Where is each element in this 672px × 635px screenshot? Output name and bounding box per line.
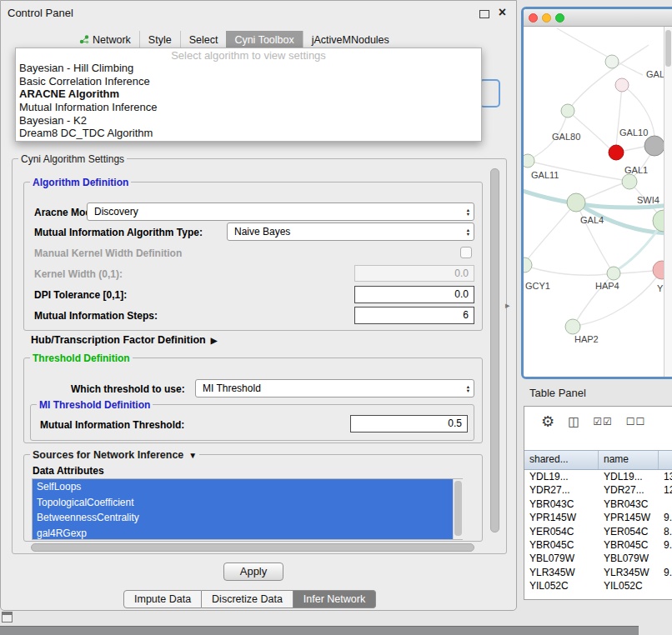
settings-vertical-scrollbar[interactable] <box>490 168 499 532</box>
table-cell: YBR045C <box>599 538 659 552</box>
table-panel-toolbar: ⚙ ◫ ☑☑ ☐☐ <box>524 407 672 437</box>
node-label: SWI4 <box>637 195 659 205</box>
aracne-mode-value: Discovery <box>94 206 138 218</box>
settings-horizontal-scrollbar[interactable] <box>31 543 474 552</box>
mi-steps-field[interactable]: 6 <box>354 307 474 324</box>
table-panel-window: ⚙ ◫ ☑☑ ☐☐ shared... name YDL19...YDL19..… <box>524 406 672 600</box>
bottom-tab-discretize-data[interactable]: Discretize Data <box>202 590 293 608</box>
table-cell: YLR345W <box>599 566 659 579</box>
which-threshold-combo[interactable]: MI Threshold ▴▾ <box>195 379 474 398</box>
bottom-tab-infer-network[interactable]: Infer Network <box>293 590 376 608</box>
mi-threshold-field[interactable]: 0.5 <box>350 415 468 432</box>
network-node[interactable] <box>644 136 664 156</box>
select-checked-icon[interactable]: ☑☑ <box>593 416 613 428</box>
table-row[interactable]: YPR145WYPR145W9. <box>524 511 672 524</box>
list-scrollbar-thumb[interactable] <box>454 481 462 536</box>
algorithm-refresh-button[interactable] <box>479 79 500 108</box>
network-scrollbar-thumb[interactable] <box>665 30 671 67</box>
expanded-arrow-icon: ▼ <box>188 451 197 460</box>
network-node[interactable] <box>605 55 619 68</box>
data-attribute-item[interactable]: gal4RGexp <box>33 526 462 540</box>
aracne-mode-combo[interactable]: Discovery ▴▾ <box>87 202 474 221</box>
mi-threshold-label: Mutual Information Threshold: <box>40 419 184 431</box>
network-node[interactable] <box>565 319 580 334</box>
data-attribute-item[interactable]: BetweennessCentrality <box>33 510 462 526</box>
tab-select[interactable]: Select <box>180 31 227 49</box>
column-header-shared-name[interactable]: shared... <box>524 451 599 469</box>
minimize-traffic-light-icon[interactable] <box>542 13 551 22</box>
dpi-tolerance-field[interactable]: 0.0 <box>354 286 474 303</box>
tab-jactivemnodules[interactable]: jActiveMNodules <box>303 31 398 49</box>
table-spacer <box>524 437 672 450</box>
algorithm-option-basic-correlation-inference[interactable]: Basic Correlation Inference <box>16 75 481 88</box>
sources-toggle[interactable]: Sources for Network Inference▼ <box>30 449 199 461</box>
network-canvas[interactable]: GALGAL80GAL10GAL11GAL1SWI4GAL4GCY1HAP4HA… <box>524 27 672 378</box>
zoom-traffic-light-icon[interactable] <box>555 13 564 22</box>
mi-type-value: Naive Bayes <box>234 226 290 238</box>
data-attribute-item[interactable]: SelfLoops <box>33 479 462 495</box>
table-row[interactable]: YDR27...YDR27...12 <box>524 483 672 497</box>
network-node[interactable] <box>607 267 620 280</box>
collapsed-arrow-icon: ▶ <box>211 336 218 345</box>
table-row[interactable]: YBL079WYBL079W <box>524 552 672 565</box>
table-header: shared... name <box>524 450 672 470</box>
network-scrollbar-track[interactable] <box>664 27 672 378</box>
kernel-width-field[interactable]: 0.0 <box>354 265 474 282</box>
mi-threshold-legend: MI Threshold Definition <box>37 399 153 411</box>
table-row[interactable]: YBR045CYBR045C9. <box>524 538 672 552</box>
table-row[interactable]: YDL19...YDL19...13 <box>524 470 672 483</box>
table-cell: YBL079W <box>599 552 659 565</box>
gear-icon[interactable]: ⚙ <box>541 412 554 431</box>
columns-icon[interactable]: ◫ <box>568 414 579 429</box>
tab-label: Network <box>93 34 131 46</box>
bottom-tab-impute-data[interactable]: Impute Data <box>123 590 202 608</box>
network-view-window: GALGAL80GAL10GAL11GAL1SWI4GAL4GCY1HAP4HA… <box>521 7 672 379</box>
close-traffic-light-icon[interactable] <box>529 13 538 22</box>
tab-style[interactable]: Style <box>139 31 180 49</box>
select-unchecked-icon[interactable]: ☐☐ <box>626 416 646 428</box>
data-attributes-label: Data Attributes <box>33 465 104 477</box>
mi-type-combo[interactable]: Naive Bayes ▴▾ <box>227 222 474 241</box>
algorithm-option-aracne-algorithm[interactable]: ARACNE Algorithm <box>16 88 481 101</box>
network-node[interactable] <box>524 154 534 168</box>
network-node[interactable] <box>524 258 532 272</box>
algorithm-option-bayesian-hill-climbing[interactable]: Bayesian - Hill Climbing <box>16 62 481 75</box>
column-header-name[interactable]: name <box>599 451 659 469</box>
float-window-icon[interactable] <box>479 10 489 18</box>
table-row[interactable]: YIL052CYIL052C <box>524 579 672 592</box>
close-icon[interactable]: × <box>499 5 506 20</box>
mi-steps-label: Mutual Information Steps: <box>34 310 158 322</box>
table-cell: 9. <box>659 538 672 552</box>
control-panel-titlebar[interactable]: Control Panel × <box>1 1 516 26</box>
hub-definition-toggle[interactable]: Hub/Transcription Factor Definition▶ <box>31 334 217 346</box>
dpi-tolerance-label: DPI Tolerance [0,1]: <box>34 289 127 301</box>
network-node[interactable] <box>609 145 624 160</box>
algorithm-option-dream8-dc-tdc-algorithm[interactable]: Dream8 DC_TDC Algorithm <box>16 127 481 140</box>
algorithm-option-bayesian-k2[interactable]: Bayesian - K2 <box>16 114 481 128</box>
table-cell: YDL19... <box>599 470 659 483</box>
table-row[interactable]: YER054CYER054C8. <box>524 525 672 538</box>
tab-network[interactable]: Network <box>71 31 139 49</box>
network-node[interactable] <box>561 104 574 118</box>
network-node[interactable] <box>622 174 637 189</box>
data-attribute-item[interactable]: TopologicalCoefficient <box>33 495 462 511</box>
tab-cyni-toolbox[interactable]: Cyni Toolbox <box>226 31 302 49</box>
table-row[interactable]: YLR345WYLR345W9. <box>524 566 672 579</box>
table-cell: YPR145W <box>524 511 599 524</box>
network-node[interactable] <box>615 78 629 92</box>
data-attributes-list[interactable]: SelfLoopsTopologicalCoefficientBetweenne… <box>32 478 463 540</box>
table-cell: YDR27... <box>599 483 659 497</box>
table-rows: YDL19...YDL19...13YDR27...YDR27...12YBR0… <box>524 470 672 593</box>
manual-kernel-checkbox[interactable] <box>460 247 472 258</box>
apply-button[interactable]: Apply <box>223 562 283 581</box>
table-row[interactable]: YBR043CYBR043C <box>524 498 672 511</box>
network-node[interactable] <box>567 193 585 212</box>
minimized-panel-icon[interactable] <box>2 612 13 622</box>
table-cell <box>659 498 672 511</box>
algorithm-option-mutual-information-inference[interactable]: Mutual Information Inference <box>16 101 481 114</box>
column-header-cutoff[interactable] <box>659 451 672 469</box>
algorithm-dropdown-popup: Select algorithm to view settings Bayesi… <box>15 48 482 142</box>
panel-divider-arrow-icon[interactable]: ▸ <box>505 300 510 311</box>
node-label: Y <box>657 283 664 293</box>
network-window-titlebar[interactable] <box>524 9 672 27</box>
